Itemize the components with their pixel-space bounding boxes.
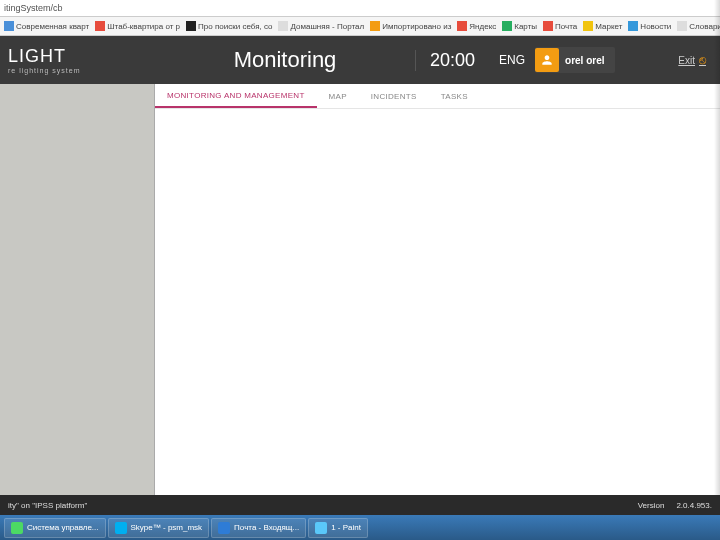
bookmarks-bar: Современная квартШтаб-квартира от рПро п… xyxy=(0,17,720,36)
bookmark-icon xyxy=(583,21,593,31)
taskbar-label: 1 - Paint xyxy=(331,523,361,532)
bookmark-icon xyxy=(278,21,288,31)
taskbar-item[interactable]: 1 - Paint xyxy=(308,518,368,538)
url-text: itingSystem/cb xyxy=(4,3,63,13)
tab-tasks[interactable]: TASKS xyxy=(429,84,480,108)
bookmark-label: Про поиски себя, со xyxy=(198,22,272,31)
taskbar-app-icon xyxy=(315,522,327,534)
logo: LIGHT re lighting system xyxy=(0,46,155,74)
logo-main: LIGHT xyxy=(8,46,155,67)
footer-left: ity" on "IPSS platform" xyxy=(8,501,87,510)
avatar-icon xyxy=(535,48,559,72)
tab-incidents[interactable]: INCIDENTS xyxy=(359,84,429,108)
bookmark-item[interactable]: Маркет xyxy=(583,21,622,31)
tab-monitoring-and-management[interactable]: MONITORING AND MANAGEMENT xyxy=(155,84,317,108)
bookmark-label: Почта xyxy=(555,22,577,31)
app-header: LIGHT re lighting system Monitoring 20:0… xyxy=(0,36,720,84)
bookmark-item[interactable]: Новости xyxy=(628,21,671,31)
address-bar[interactable]: itingSystem/cb xyxy=(0,0,720,17)
bookmark-icon xyxy=(502,21,512,31)
bookmark-item[interactable]: Словари xyxy=(677,21,720,31)
bookmark-item[interactable]: Импортировано из xyxy=(370,21,451,31)
taskbar-label: Skype™ - psm_msk xyxy=(131,523,203,532)
taskbar-app-icon xyxy=(218,522,230,534)
bookmark-item[interactable]: Штаб-квартира от р xyxy=(95,21,180,31)
bookmark-label: Современная кварт xyxy=(16,22,89,31)
bookmark-label: Импортировано из xyxy=(382,22,451,31)
user-badge[interactable]: orel orel xyxy=(535,47,614,73)
clock: 20:00 xyxy=(415,50,489,71)
logo-sub: re lighting system xyxy=(8,67,155,74)
sidebar xyxy=(0,84,155,495)
bookmark-item[interactable]: Яндекс xyxy=(457,21,496,31)
version-value: 2.0.4.953. xyxy=(676,501,712,510)
bookmark-label: Словари xyxy=(689,22,720,31)
bookmark-label: Домашняя - Портал xyxy=(290,22,364,31)
bookmark-item[interactable]: Карты xyxy=(502,21,537,31)
language-selector[interactable]: ENG xyxy=(489,53,535,67)
content-area xyxy=(155,109,720,495)
username: orel orel xyxy=(565,55,604,66)
bookmark-label: Карты xyxy=(514,22,537,31)
footer-bar: ity" on "IPSS platform" Version 2.0.4.95… xyxy=(0,495,720,515)
taskbar: Система управле...Skype™ - psm_mskПочта … xyxy=(0,515,720,540)
bookmark-icon xyxy=(677,21,687,31)
taskbar-item[interactable]: Система управле... xyxy=(4,518,106,538)
bookmark-icon xyxy=(628,21,638,31)
bookmark-icon xyxy=(543,21,553,31)
bookmark-icon xyxy=(4,21,14,31)
bookmark-label: Штаб-квартира от р xyxy=(107,22,180,31)
exit-link[interactable]: Exit ⎋ xyxy=(664,53,720,67)
bookmark-icon xyxy=(186,21,196,31)
taskbar-app-icon xyxy=(11,522,23,534)
exit-label: Exit xyxy=(678,55,695,66)
version-label: Version xyxy=(638,501,665,510)
bookmark-icon xyxy=(457,21,467,31)
bookmark-item[interactable]: Домашняя - Портал xyxy=(278,21,364,31)
bookmark-item[interactable]: Почта xyxy=(543,21,577,31)
bookmark-label: Яндекс xyxy=(469,22,496,31)
exit-icon: ⎋ xyxy=(699,53,706,67)
taskbar-label: Система управле... xyxy=(27,523,99,532)
taskbar-item[interactable]: Почта - Входящ... xyxy=(211,518,306,538)
page-title: Monitoring xyxy=(155,47,415,73)
tab-map[interactable]: MAP xyxy=(317,84,359,108)
taskbar-label: Почта - Входящ... xyxy=(234,523,299,532)
bookmark-label: Новости xyxy=(640,22,671,31)
taskbar-app-icon xyxy=(115,522,127,534)
bookmark-icon xyxy=(370,21,380,31)
taskbar-item[interactable]: Skype™ - psm_msk xyxy=(108,518,210,538)
bookmark-label: Маркет xyxy=(595,22,622,31)
bookmark-item[interactable]: Современная кварт xyxy=(4,21,89,31)
bookmark-item[interactable]: Про поиски себя, со xyxy=(186,21,272,31)
bookmark-icon xyxy=(95,21,105,31)
